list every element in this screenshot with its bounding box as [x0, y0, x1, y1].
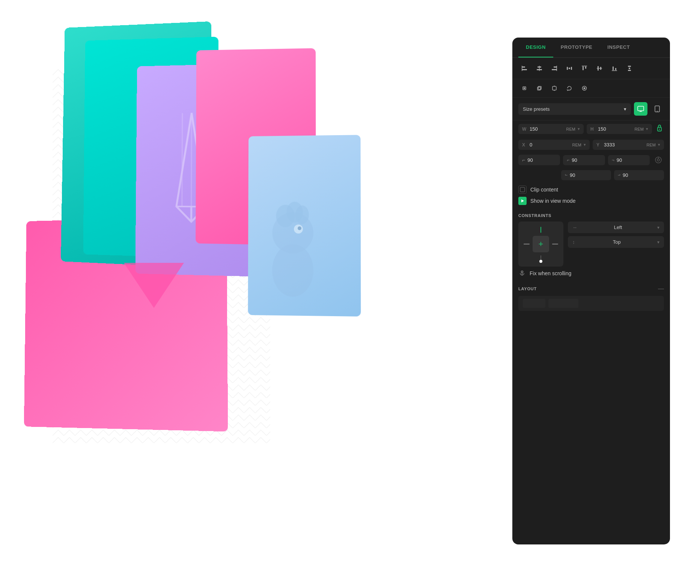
- align-bottom-icon[interactable]: [608, 62, 620, 74]
- layout-placeholder-2: [548, 299, 578, 308]
- clip-content-row[interactable]: Clip content: [518, 185, 664, 194]
- svg-rect-55: [520, 187, 525, 192]
- svg-rect-42: [552, 86, 556, 90]
- y-unit-chevron[interactable]: ▾: [658, 142, 660, 147]
- pink-triangle-accent: [124, 263, 184, 308]
- bird-svg: [255, 188, 330, 309]
- corner-smooth-btn[interactable]: [653, 154, 664, 166]
- svg-rect-47: [640, 111, 642, 112]
- svg-rect-37: [628, 70, 631, 71]
- device-mobile-btn[interactable]: [650, 102, 664, 116]
- svg-point-13: [295, 205, 309, 224]
- svg-rect-26: [583, 66, 584, 70]
- svg-rect-40: [537, 87, 540, 90]
- align-right-icon[interactable]: [548, 62, 560, 74]
- fix-scroll-label: Fix when scrolling: [530, 270, 571, 276]
- corner-tl-symbol: ⌐: [567, 157, 569, 163]
- tab-prototype[interactable]: PROTOTYPE: [553, 38, 600, 57]
- distribute-v-icon[interactable]: [623, 62, 635, 74]
- device-desktop-btn[interactable]: [634, 102, 647, 116]
- height-unit-chevron[interactable]: ▾: [646, 127, 648, 131]
- x-unit[interactable]: REM: [572, 143, 581, 147]
- show-view-mode-row[interactable]: Show in view mode: [518, 197, 664, 205]
- svg-rect-16: [522, 66, 522, 71]
- clip-content-label: Clip content: [530, 187, 558, 193]
- align-top-icon[interactable]: [578, 62, 590, 74]
- illustration-area: [0, 0, 413, 588]
- x-value[interactable]: 0: [530, 142, 570, 148]
- svg-line-4: [182, 113, 182, 207]
- clip-content-checkbox[interactable]: [518, 185, 527, 194]
- tabs-container: DESIGN PROTOTYPE INSPECT: [512, 38, 670, 58]
- show-view-mode-icon[interactable]: [518, 197, 527, 205]
- constraint-widget[interactable]: +: [518, 222, 563, 267]
- y-unit[interactable]: REM: [647, 143, 656, 147]
- layout-minus-btn[interactable]: —: [658, 285, 664, 292]
- svg-rect-36: [629, 68, 630, 69]
- constraints-title: CONSTRAINTS: [518, 213, 551, 218]
- component-detach-icon[interactable]: [548, 82, 560, 94]
- width-unit-chevron[interactable]: ▾: [578, 127, 580, 131]
- svg-rect-28: [582, 66, 587, 66]
- corner-br-value[interactable]: 90: [623, 172, 660, 178]
- show-view-mode-label: Show in view mode: [530, 198, 576, 204]
- width-value[interactable]: 150: [530, 126, 564, 132]
- design-panel: DESIGN PROTOTYPE INSPECT: [512, 38, 670, 544]
- svg-rect-23: [567, 67, 568, 70]
- align-left-icon[interactable]: [518, 62, 530, 74]
- x-input-group[interactable]: X 0 REM ▾: [518, 140, 590, 150]
- vertical-constraint-select[interactable]: ↕ Top ▾: [568, 236, 664, 248]
- size-presets-row: Size presets ▾: [512, 98, 670, 121]
- lock-proportions-btn[interactable]: [655, 123, 664, 135]
- xy-input-row: X 0 REM ▾ Y 3333 REM ▾: [512, 137, 670, 152]
- svg-point-53: [657, 159, 659, 161]
- corner-tr-symbol: ⌐: [612, 157, 614, 163]
- constraint-center-btn[interactable]: +: [533, 236, 549, 252]
- width-unit[interactable]: REM: [566, 127, 575, 131]
- svg-point-10: [298, 226, 301, 230]
- constraint-dropdowns: ↔ Left ▾ ↕ Top ▾: [568, 222, 664, 248]
- height-unit[interactable]: REM: [635, 127, 644, 131]
- radius-value[interactable]: 90: [527, 157, 556, 163]
- component-copy-icon[interactable]: [533, 82, 545, 94]
- svg-rect-41: [538, 86, 541, 89]
- constraints-header: CONSTRAINTS: [512, 208, 670, 222]
- y-input-group[interactable]: Y 3333 REM ▾: [593, 140, 664, 150]
- height-input-group[interactable]: H 150 REM ▾: [587, 124, 652, 134]
- size-presets-dropdown[interactable]: Size presets ▾: [518, 103, 631, 115]
- border-radius-input[interactable]: ⌐ 90: [518, 155, 560, 165]
- width-input-group[interactable]: W 150 REM ▾: [518, 124, 584, 134]
- corner-br-symbol: ⌐: [618, 173, 620, 178]
- distribute-h-icon[interactable]: [563, 62, 575, 74]
- constraint-line-right: [552, 244, 558, 244]
- mask-icon[interactable]: [578, 82, 590, 94]
- align-center-v-icon[interactable]: [593, 62, 605, 74]
- corner-tr-value[interactable]: 90: [617, 157, 646, 163]
- corner-bl-value[interactable]: 90: [570, 172, 607, 178]
- corner-tl-input[interactable]: ⌐ 90: [563, 155, 605, 165]
- layout-bottom-bar: [518, 296, 664, 311]
- corner-tr-input[interactable]: ⌐ 90: [608, 155, 650, 165]
- fix-scroll-row[interactable]: Fix when scrolling: [512, 267, 670, 280]
- x-unit-chevron[interactable]: ▾: [584, 142, 586, 147]
- corner-bl-symbol: ⌐: [565, 173, 568, 178]
- component-toolbar: [512, 79, 670, 98]
- tab-design[interactable]: DESIGN: [518, 38, 553, 57]
- svg-line-5: [191, 113, 192, 207]
- component-reset-icon[interactable]: [563, 82, 575, 94]
- align-center-h-icon[interactable]: [533, 62, 545, 74]
- svg-rect-39: [524, 87, 525, 89]
- svg-rect-19: [539, 66, 540, 71]
- horizontal-constraint-select[interactable]: ↔ Left ▾: [568, 222, 664, 233]
- svg-point-49: [657, 111, 658, 112]
- svg-point-57: [521, 271, 523, 273]
- corner-tl-value[interactable]: 90: [572, 157, 601, 163]
- svg-rect-35: [628, 66, 631, 67]
- height-value[interactable]: 150: [598, 126, 632, 132]
- corner-br-input[interactable]: ⌐ 90: [614, 170, 664, 180]
- component-icon[interactable]: [518, 82, 530, 94]
- tab-inspect[interactable]: INSPECT: [600, 38, 637, 57]
- width-label: W: [522, 127, 527, 132]
- y-value[interactable]: 3333: [604, 142, 644, 148]
- corner-bl-input[interactable]: ⌐ 90: [561, 170, 611, 180]
